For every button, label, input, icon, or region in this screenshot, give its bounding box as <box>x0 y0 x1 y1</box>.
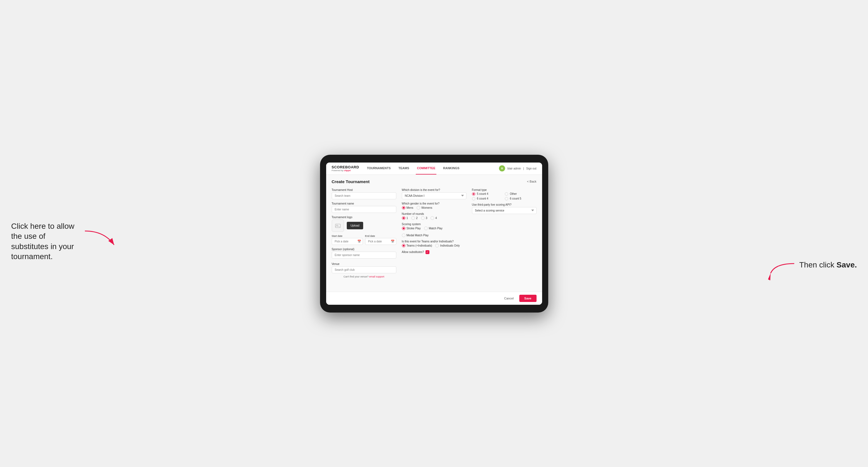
scoring-stroke[interactable]: Stroke Play <box>402 226 421 230</box>
save-button[interactable]: Save <box>519 295 536 302</box>
rounds-3-radio[interactable] <box>421 216 425 220</box>
scoring-medal[interactable]: Medal Match Play <box>402 234 429 237</box>
event-individuals-radio[interactable] <box>435 244 439 247</box>
division-label: Which division is the event for? <box>402 188 466 191</box>
page-title: Create Tournament <box>332 179 370 184</box>
event-type-radio-group: Teams (+Individuals) Individuals Only <box>402 244 466 247</box>
page-header: Create Tournament < Back <box>332 179 536 184</box>
logo-group: Tournament logo Upload <box>332 216 396 232</box>
rounds-4-radio[interactable] <box>431 216 434 220</box>
back-link[interactable]: < Back <box>527 180 536 183</box>
form-col-2: Which division is the event for? NCAA Di… <box>402 188 466 278</box>
format-label: Format type <box>472 188 536 191</box>
substitutes-label: Allow substitutes? <box>402 250 424 253</box>
format-6count5-radio[interactable] <box>505 197 508 200</box>
format-options-grid: 5 count 4 Other 6 count 4 <box>472 192 536 200</box>
rounds-4[interactable]: 4 <box>431 216 437 220</box>
division-select[interactable]: NCAA Division I <box>402 192 466 199</box>
event-individuals[interactable]: Individuals Only <box>435 244 460 247</box>
scoring-label: Scoring system <box>402 223 466 226</box>
nav-items: TOURNAMENTS TEAMS COMMITTEE RANKINGS <box>366 162 499 175</box>
date-row: Start date 📅 End date <box>332 235 396 245</box>
arrow-right <box>769 261 797 279</box>
nav-committee[interactable]: COMMITTEE <box>416 162 436 175</box>
main-content: Create Tournament < Back Tournament Host… <box>326 175 542 292</box>
logo-subtitle: Powered by clippd <box>332 169 359 172</box>
form-col-1: Tournament Host Tournament name Tourname… <box>332 188 396 278</box>
signout-link[interactable]: Sign out <box>526 167 536 170</box>
annotation-left: Click here to allow the use of substitut… <box>11 221 84 262</box>
cancel-button[interactable]: Cancel <box>501 295 517 302</box>
gender-mens-radio[interactable] <box>402 206 405 210</box>
name-input[interactable] <box>332 206 396 213</box>
scoring-match-radio[interactable] <box>424 226 428 230</box>
gender-womens[interactable]: Womens <box>416 206 432 210</box>
logo-title: SCOREBOARD <box>332 165 359 169</box>
event-teams-radio[interactable] <box>402 244 405 247</box>
gender-label: Which gender is the event for? <box>402 202 466 205</box>
nav-teams[interactable]: TEAMS <box>397 162 410 175</box>
calendar-icon-end: 📅 <box>391 240 395 243</box>
format-5count4-radio[interactable] <box>472 192 475 196</box>
event-teams[interactable]: Teams (+Individuals) <box>402 244 432 247</box>
scoring-stroke-radio[interactable] <box>402 226 405 230</box>
format-6count4[interactable]: 6 count 4 <box>472 197 504 200</box>
rounds-1-radio[interactable] <box>402 216 405 220</box>
gender-womens-radio[interactable] <box>416 206 420 210</box>
rounds-2-radio[interactable] <box>411 216 415 220</box>
start-date-wrap: 📅 <box>332 238 363 245</box>
event-type-label: Is this event for Teams and/or Individua… <box>402 240 466 243</box>
gender-group: Which gender is the event for? Mens Wome… <box>402 202 466 210</box>
avatar: B <box>499 165 505 172</box>
scoring-service-label: Use third-party live scoring API? <box>472 203 536 206</box>
format-5count4[interactable]: 5 count 4 <box>472 192 504 196</box>
sponsor-label: Sponsor (optional) <box>332 248 396 251</box>
rounds-1[interactable]: 1 <box>402 216 408 220</box>
gender-radio-group: Mens Womens <box>402 206 466 210</box>
scoring-medal-radio[interactable] <box>402 234 405 237</box>
calendar-icon: 📅 <box>357 240 361 243</box>
scoring-match[interactable]: Match Play <box>424 226 442 230</box>
rounds-radio-group: 1 2 3 <box>402 216 466 220</box>
logo-label: Tournament logo <box>332 216 396 219</box>
nav-bar: SCOREBOARD Powered by clippd TOURNAMENTS… <box>326 162 542 175</box>
gender-womens-label: Womens <box>421 206 432 209</box>
division-group: Which division is the event for? NCAA Di… <box>402 188 466 199</box>
rounds-2[interactable]: 2 <box>411 216 418 220</box>
substitutes-checkbox-item: Allow substitutes? ✓ <box>402 250 466 254</box>
email-support-link[interactable]: email support <box>369 275 384 278</box>
host-group: Tournament Host <box>332 188 396 199</box>
rounds-label: Number of rounds <box>402 212 466 215</box>
scoring-service-group: Use third-party live scoring API? Select… <box>472 203 536 214</box>
end-date-group: End date 📅 <box>365 235 396 245</box>
host-input[interactable] <box>332 192 396 199</box>
rounds-3[interactable]: 3 <box>421 216 428 220</box>
start-date-group: Start date 📅 <box>332 235 363 245</box>
end-date-label: End date <box>365 235 396 238</box>
event-type-group: Is this event for Teams and/or Individua… <box>402 240 466 247</box>
upload-button[interactable]: Upload <box>347 222 364 229</box>
tablet-device: SCOREBOARD Powered by clippd TOURNAMENTS… <box>320 155 548 313</box>
form-grid: Tournament Host Tournament name Tourname… <box>332 188 536 278</box>
nav-tournaments[interactable]: TOURNAMENTS <box>366 162 392 175</box>
venue-input[interactable] <box>332 266 396 273</box>
sponsor-group: Sponsor (optional) <box>332 248 396 258</box>
format-group: Format type 5 count 4 Other <box>472 188 536 200</box>
gender-mens[interactable]: Mens <box>402 206 413 210</box>
nav-rankings[interactable]: RANKINGS <box>442 162 461 175</box>
format-6count4-radio[interactable] <box>472 197 475 200</box>
format-other[interactable]: Other <box>505 192 536 196</box>
logo-upload-area: Upload <box>332 220 396 232</box>
logo-placeholder <box>332 220 344 232</box>
sponsor-input[interactable] <box>332 252 396 258</box>
end-date-wrap: 📅 <box>365 238 396 245</box>
name-group: Tournament name <box>332 202 396 213</box>
format-other-radio[interactable] <box>505 192 508 196</box>
user-name: blair admin <box>507 167 521 170</box>
substitutes-group: Allow substitutes? ✓ <box>402 250 466 254</box>
substitutes-checkbox[interactable]: ✓ <box>426 250 429 254</box>
scoring-service-select[interactable]: Select a scoring service <box>472 207 536 214</box>
format-6count5[interactable]: 6 count 5 <box>505 197 536 200</box>
name-label: Tournament name <box>332 202 396 205</box>
nav-logo: SCOREBOARD Powered by clippd <box>332 165 359 172</box>
